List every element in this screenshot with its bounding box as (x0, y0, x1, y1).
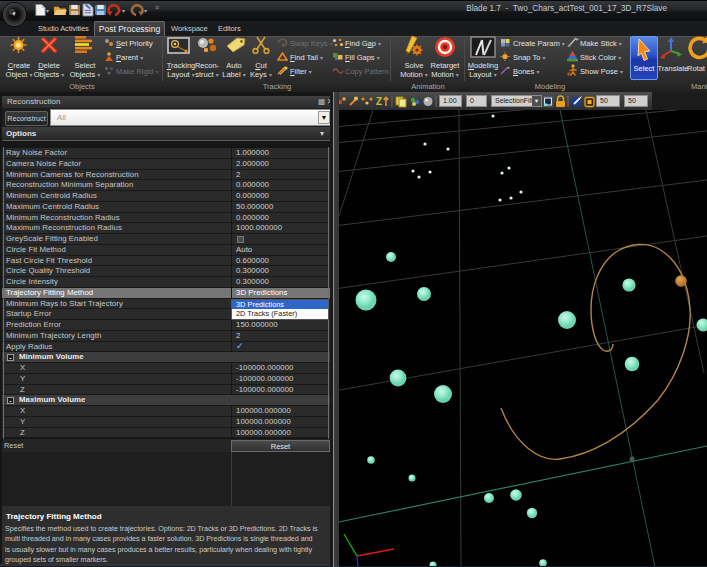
svg-text:Z: Z (376, 96, 382, 107)
